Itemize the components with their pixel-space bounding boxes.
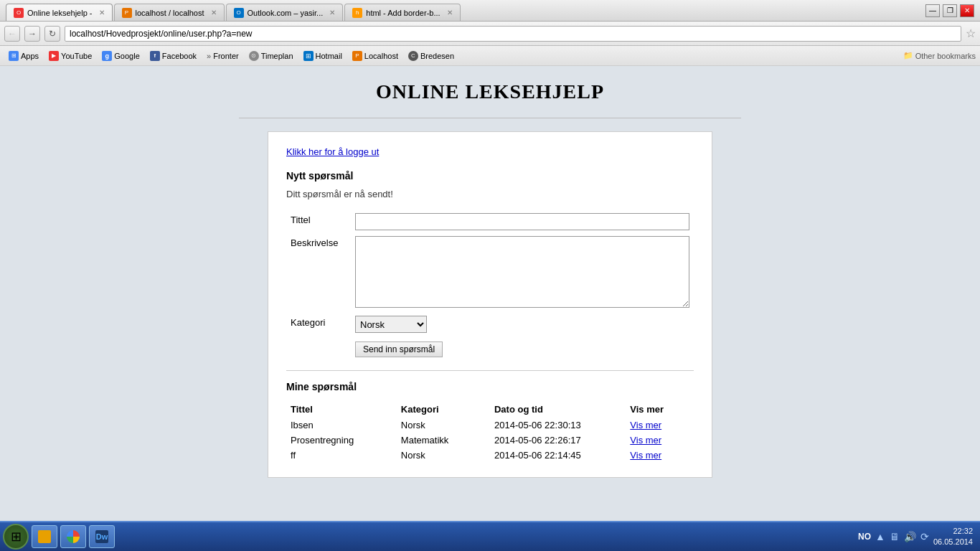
browser-window: O Online leksehjelp - ✕ P localhost / lo… bbox=[0, 0, 980, 551]
tab-favicon-3: O bbox=[234, 8, 244, 18]
dw-taskbar-icon: Dw bbox=[95, 530, 108, 543]
bookmark-youtube[interactable]: ▶ YouTube bbox=[44, 50, 96, 62]
bookmark-google[interactable]: g Google bbox=[98, 50, 143, 62]
tab-label-3: Outlook.com – yasir... bbox=[248, 9, 324, 17]
bookmark-facebook-label: Facebook bbox=[162, 52, 197, 60]
tray-time-display: 22:32 bbox=[933, 526, 973, 537]
kategori-select[interactable]: Norsk Matematikk Engelsk Naturfag bbox=[355, 316, 427, 333]
logout-link[interactable]: Klikk her for å logge ut bbox=[286, 146, 694, 157]
tray-language: NO bbox=[858, 532, 871, 542]
bookmark-hotmail[interactable]: ⊞ Hotmail bbox=[299, 50, 347, 62]
main-page: ONLINE LEKSEHJELP Klikk her for å logge … bbox=[0, 66, 980, 521]
row-vis-0[interactable]: Vis mer bbox=[626, 418, 694, 433]
other-bookmarks-label: Other bookmarks bbox=[915, 52, 976, 60]
close-button[interactable]: ✕ bbox=[960, 4, 974, 17]
vis-mer-link-0[interactable]: Vis mer bbox=[630, 420, 661, 430]
bookmark-timeplan-label: Timeplan bbox=[261, 52, 293, 60]
tray-network-icon: 🖥 bbox=[890, 531, 900, 542]
tray-date-display: 06.05.2014 bbox=[933, 537, 973, 547]
bookmark-localhost[interactable]: P Localhost bbox=[348, 50, 402, 62]
address-bar: ← → ↻ ☆ bbox=[0, 22, 980, 46]
tab-3[interactable]: O Outlook.com – yasir... ✕ bbox=[226, 4, 344, 21]
tab-favicon-1: O bbox=[14, 8, 24, 18]
tray-sync-icon: ⟳ bbox=[920, 531, 929, 542]
apps-icon: ⊞ bbox=[9, 51, 19, 61]
form-section-title: Nytt spørsmål bbox=[286, 170, 694, 182]
row-kategori-0: Norsk bbox=[397, 418, 490, 433]
tittel-label: Tittel bbox=[286, 210, 351, 233]
tab-close-3[interactable]: ✕ bbox=[329, 9, 335, 17]
google-icon: g bbox=[102, 51, 112, 61]
title-bar: O Online leksehjelp - ✕ P localhost / lo… bbox=[0, 0, 980, 22]
table-row: Prosentregning Matematikk 2014-05-06 22:… bbox=[286, 433, 694, 448]
bookmark-fronter-label: Fronter bbox=[213, 52, 238, 60]
tab-4[interactable]: h html - Add border-b... ✕ bbox=[344, 4, 460, 21]
tab-active[interactable]: O Online leksehjelp - ✕ bbox=[6, 4, 113, 21]
content-box: Klikk her for å logge ut Nytt spørsmål D… bbox=[268, 131, 712, 478]
bookmark-timeplan[interactable]: ⊙ Timeplan bbox=[245, 50, 298, 62]
window-controls: — ❐ ✕ bbox=[925, 4, 974, 17]
beskrivelse-textarea[interactable] bbox=[355, 236, 689, 308]
kategori-label: Kategori bbox=[286, 313, 351, 336]
back-button[interactable]: ← bbox=[4, 26, 20, 42]
minimize-button[interactable]: — bbox=[925, 4, 940, 17]
tab-close-1[interactable]: ✕ bbox=[99, 9, 105, 17]
taskbar-item-dw[interactable]: Dw bbox=[89, 525, 115, 548]
tittel-input[interactable] bbox=[355, 213, 689, 230]
beskrivelse-label: Beskrivelse bbox=[286, 233, 351, 313]
table-row: ff Norsk 2014-05-06 22:14:45 Vis mer bbox=[286, 448, 694, 463]
forward-button[interactable]: → bbox=[24, 26, 40, 42]
row-tittel-1: Prosentregning bbox=[286, 433, 397, 448]
tab-label-4: html - Add border-b... bbox=[366, 9, 440, 17]
tittel-row: Tittel bbox=[286, 210, 694, 233]
tab-list: O Online leksehjelp - ✕ P localhost / lo… bbox=[6, 0, 461, 21]
chrome-taskbar-icon bbox=[67, 530, 80, 543]
vis-mer-link-1[interactable]: Vis mer bbox=[630, 435, 661, 446]
submit-row: Send inn spørsmål bbox=[286, 336, 694, 360]
other-bookmarks[interactable]: 📁 Other bookmarks bbox=[903, 51, 976, 60]
table-row: Ibsen Norsk 2014-05-06 22:30:13 Vis mer bbox=[286, 418, 694, 433]
header-vis: Vis mer bbox=[626, 401, 694, 418]
header-kategori: Kategori bbox=[397, 401, 490, 418]
bookmark-google-label: Google bbox=[114, 52, 139, 60]
bookmark-bredesen[interactable]: C Bredesen bbox=[404, 50, 458, 62]
tab-2[interactable]: P localhost / localhost ✕ bbox=[114, 4, 225, 21]
restore-button[interactable]: ❐ bbox=[943, 4, 957, 17]
vis-mer-link-2[interactable]: Vis mer bbox=[630, 450, 661, 461]
row-dato-0: 2014-05-06 22:30:13 bbox=[490, 418, 626, 433]
url-input[interactable] bbox=[65, 26, 961, 42]
taskbar-item-chrome[interactable] bbox=[60, 525, 86, 548]
folder-taskbar-icon bbox=[38, 530, 51, 543]
hotmail-icon: ⊞ bbox=[303, 51, 314, 61]
tray-volume-icon: 🔊 bbox=[904, 531, 916, 542]
questions-table: Tittel Kategori Dato og tid Vis mer Ibse… bbox=[286, 401, 694, 463]
bookmark-bredesen-label: Bredesen bbox=[420, 52, 454, 60]
start-button[interactable]: ⊞ bbox=[3, 524, 29, 550]
youtube-icon: ▶ bbox=[49, 51, 59, 61]
tab-close-4[interactable]: ✕ bbox=[447, 9, 453, 17]
submit-button[interactable]: Send inn spørsmål bbox=[355, 342, 443, 357]
page-title: ONLINE LEKSEHJELP bbox=[376, 80, 604, 103]
row-tittel-0: Ibsen bbox=[286, 418, 397, 433]
row-vis-2[interactable]: Vis mer bbox=[626, 448, 694, 463]
taskbar: ⊞ Dw NO ▲ 🖥 🔊 ⟳ 22:32 06.05.2014 bbox=[0, 521, 980, 551]
windows-logo-icon: ⊞ bbox=[11, 529, 22, 545]
header-dato: Dato og tid bbox=[490, 401, 626, 418]
localhost-icon: P bbox=[352, 51, 362, 61]
row-vis-1[interactable]: Vis mer bbox=[626, 433, 694, 448]
refresh-button[interactable]: ↻ bbox=[44, 26, 60, 42]
tab-label-2: localhost / localhost bbox=[136, 9, 204, 17]
bookmark-apps-label: Apps bbox=[21, 52, 39, 60]
row-dato-2: 2014-05-06 22:14:45 bbox=[490, 448, 626, 463]
bookmark-facebook[interactable]: f Facebook bbox=[146, 50, 201, 62]
taskbar-item-folder[interactable] bbox=[32, 525, 57, 548]
bookmark-apps[interactable]: ⊞ Apps bbox=[4, 50, 43, 62]
tab-close-2[interactable]: ✕ bbox=[211, 9, 217, 17]
bookmark-star-icon[interactable]: ☆ bbox=[966, 27, 976, 40]
bookmark-fronter[interactable]: » Fronter bbox=[202, 50, 243, 62]
tab-favicon-4: h bbox=[352, 8, 362, 18]
tray-clock: 22:32 06.05.2014 bbox=[933, 526, 973, 548]
bredesen-icon: C bbox=[408, 51, 418, 61]
section-divider bbox=[286, 370, 694, 371]
tray-up-arrow-icon[interactable]: ▲ bbox=[875, 531, 885, 542]
